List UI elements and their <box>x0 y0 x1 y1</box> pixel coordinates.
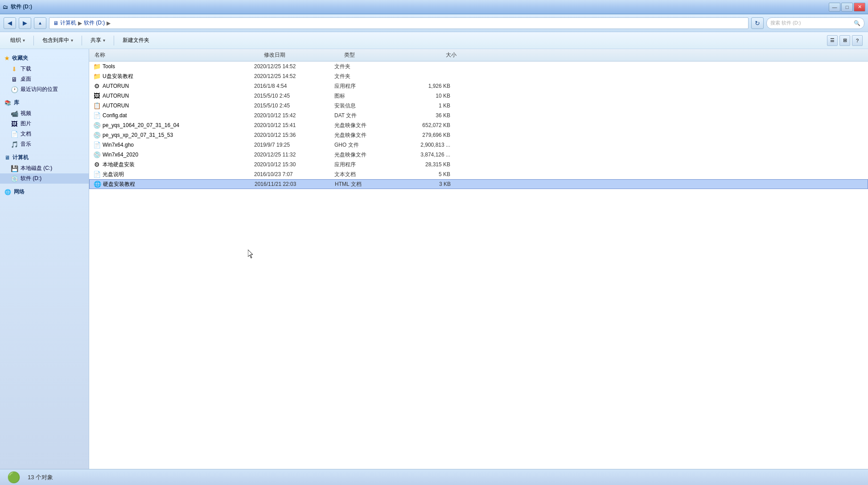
up-button[interactable]: ▲ <box>34 17 46 29</box>
table-row[interactable]: 📄 Config.dat 2020/10/12 15:42 DAT 文件 36 … <box>89 111 868 120</box>
table-row[interactable]: 📁 U盘安装教程 2020/12/25 14:52 文件夹 <box>89 71 868 81</box>
table-row[interactable]: 💿 pe_yqs_xp_20_07_31_15_53 2020/10/12 15… <box>89 130 868 140</box>
search-placeholder: 搜索 软件 (D:) <box>770 20 801 26</box>
back-button[interactable]: ◀ <box>4 17 16 29</box>
breadcrumb-drive[interactable]: 软件 (D:) <box>84 19 105 27</box>
sidebar-item-drive-c-label: 本地磁盘 (C:) <box>21 164 52 172</box>
minimize-button[interactable]: — <box>829 3 840 12</box>
library-icon: 📚 <box>4 100 11 106</box>
file-icon: 📁 <box>93 62 101 70</box>
file-type: 光盘映像文件 <box>334 151 397 159</box>
file-type: DAT 文件 <box>334 112 397 119</box>
titlebar: 🗂 软件 (D:) — □ ✕ <box>0 0 868 14</box>
breadcrumb-computer[interactable]: 计算机 <box>60 19 76 27</box>
sidebar-section-computer: 🖥 计算机 💾 本地磁盘 (C:) 💿 软件 (D:) <box>0 152 89 184</box>
table-row[interactable]: ⚙ 本地硬盘安装 2020/10/12 15:30 应用程序 28,315 KB <box>89 160 868 169</box>
file-icon: ⚙ <box>93 82 101 90</box>
sidebar-item-drive-c[interactable]: 💾 本地磁盘 (C:) <box>0 163 89 173</box>
file-date: 2016/11/21 22:03 <box>255 181 335 187</box>
file-type: HTML 文档 <box>335 181 397 188</box>
status-icon: 🟢 <box>7 471 21 484</box>
include-library-label: 包含到库中 <box>42 37 69 44</box>
table-row[interactable]: 📄 Win7x64.gho 2019/9/7 19:25 GHO 文件 2,90… <box>89 140 868 150</box>
file-date: 2015/5/10 2:45 <box>254 93 334 99</box>
organize-button[interactable]: 组织 ▾ <box>5 34 30 47</box>
file-icon: 📄 <box>93 170 101 178</box>
file-icon: 📋 <box>93 102 101 110</box>
sidebar-item-desktop-label: 桌面 <box>21 75 31 83</box>
refresh-button[interactable]: ↻ <box>751 17 764 29</box>
include-library-button[interactable]: 包含到库中 ▾ <box>37 34 78 47</box>
file-date: 2019/9/7 19:25 <box>254 142 334 148</box>
file-name-cell: 📋 AUTORUN <box>93 102 254 110</box>
sidebar-group-favorites[interactable]: ★ 收藏夹 <box>0 53 89 64</box>
sidebar-group-network[interactable]: 🌐 网络 <box>0 186 89 197</box>
forward-button[interactable]: ▶ <box>19 17 31 29</box>
search-bar[interactable]: 搜索 软件 (D:) 🔍 <box>766 17 864 29</box>
column-date-header[interactable]: 修改日期 <box>262 51 342 59</box>
share-label: 共享 <box>91 37 101 44</box>
documents-icon: 📄 <box>11 131 18 138</box>
file-name-cell: 📄 Win7x64.gho <box>93 141 254 149</box>
network-group-icon: 🌐 <box>4 189 11 195</box>
file-date: 2020/10/12 15:41 <box>254 122 334 128</box>
organize-chevron-icon: ▾ <box>23 38 25 43</box>
favorites-icon: ★ <box>4 55 9 62</box>
file-name: U盘安装教程 <box>103 73 133 80</box>
include-chevron-icon: ▾ <box>71 38 73 43</box>
table-row[interactable]: ⚙ AUTORUN 2016/1/8 4:54 应用程序 1,926 KB <box>89 81 868 91</box>
file-name: AUTORUN <box>103 83 129 89</box>
file-date: 2016/10/23 7:07 <box>254 171 334 177</box>
status-count: 13 个对象 <box>28 473 53 481</box>
search-icon[interactable]: 🔍 <box>854 20 860 26</box>
main-layout: ★ 收藏夹 ⬇ 下载 🖥 桌面 🕐 最近访问的位置 📚 库 � <box>0 49 868 469</box>
addressbar: ◀ ▶ ▲ 🖥 计算机 ▶ 软件 (D:) ▶ ↻ 搜索 软件 (D:) 🔍 <box>0 14 868 32</box>
column-type-header[interactable]: 类型 <box>342 51 405 59</box>
sidebar-item-downloads[interactable]: ⬇ 下载 <box>0 64 89 74</box>
share-button[interactable]: 共享 ▾ <box>86 34 110 47</box>
sidebar-item-music[interactable]: 🎵 音乐 <box>0 139 89 149</box>
column-size-header[interactable]: 大小 <box>405 51 458 59</box>
file-name: Config.dat <box>103 112 127 119</box>
column-name-header[interactable]: 名称 <box>93 51 262 59</box>
window-icon: 🗂 <box>3 4 8 10</box>
file-size: 279,696 KB <box>397 132 450 138</box>
help-button[interactable]: ? <box>852 35 863 46</box>
drive-d-icon: 💿 <box>11 175 18 182</box>
file-name: Win7x64_2020 <box>103 152 138 158</box>
share-chevron-icon: ▾ <box>103 38 105 43</box>
file-icon: 🌐 <box>93 180 101 188</box>
sidebar-item-downloads-label: 下载 <box>21 65 31 73</box>
file-date: 2020/12/25 14:52 <box>254 73 334 79</box>
file-date: 2015/5/10 2:45 <box>254 103 334 109</box>
table-row[interactable]: 📋 AUTORUN 2015/5/10 2:45 安装信息 1 KB <box>89 101 868 111</box>
sidebar-section-network: 🌐 网络 <box>0 186 89 197</box>
view-toggle-button[interactable]: ⊞ <box>839 35 850 46</box>
sidebar-item-desktop[interactable]: 🖥 桌面 <box>0 74 89 84</box>
sidebar-item-video[interactable]: 📹 视频 <box>0 108 89 119</box>
close-button[interactable]: ✕ <box>854 3 865 12</box>
sidebar-item-recent[interactable]: 🕐 最近访问的位置 <box>0 84 89 95</box>
table-row[interactable]: 💿 Win7x64_2020 2020/12/25 11:32 光盘映像文件 3… <box>89 150 868 160</box>
table-row[interactable]: 💿 pe_yqs_1064_20_07_31_16_04 2020/10/12 … <box>89 120 868 130</box>
video-icon: 📹 <box>11 110 18 117</box>
downloads-icon: ⬇ <box>11 66 18 73</box>
table-row[interactable]: 🌐 硬盘安装教程 2016/11/21 22:03 HTML 文档 3 KB <box>89 179 868 189</box>
maximize-button[interactable]: □ <box>841 3 853 12</box>
sidebar-item-drive-d[interactable]: 💿 软件 (D:) <box>0 173 89 184</box>
sidebar-item-documents[interactable]: 📄 文档 <box>0 129 89 139</box>
table-row[interactable]: 📄 光盘说明 2016/10/23 7:07 文本文档 5 KB <box>89 169 868 179</box>
table-row[interactable]: 🖼 AUTORUN 2015/5/10 2:45 图标 10 KB <box>89 91 868 101</box>
table-row[interactable]: 📁 Tools 2020/12/25 14:52 文件夹 <box>89 62 868 71</box>
sidebar-group-library[interactable]: 📚 库 <box>0 97 89 108</box>
file-type: 文件夹 <box>334 63 397 70</box>
file-name: 光盘说明 <box>103 171 124 178</box>
breadcrumb[interactable]: 🖥 计算机 ▶ 软件 (D:) ▶ <box>49 17 749 29</box>
sidebar-item-pictures[interactable]: 🖼 图片 <box>0 119 89 129</box>
file-icon: 💿 <box>93 131 101 139</box>
new-folder-button[interactable]: 新建文件夹 <box>118 34 154 47</box>
sidebar-group-computer[interactable]: 🖥 计算机 <box>0 152 89 163</box>
breadcrumb-sep-2: ▶ <box>107 20 111 26</box>
new-folder-label: 新建文件夹 <box>123 37 149 44</box>
view-options-button[interactable]: ☰ <box>827 35 838 46</box>
